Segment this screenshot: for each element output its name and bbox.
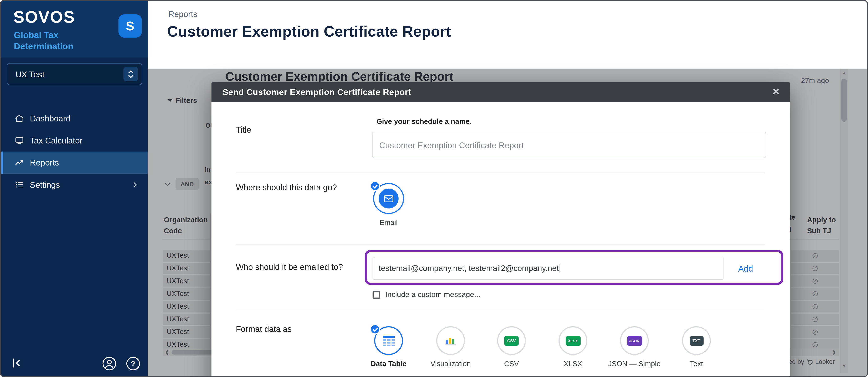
settings-icon bbox=[14, 180, 24, 190]
reports-icon bbox=[14, 158, 24, 168]
format-option-label: Data Table bbox=[371, 359, 406, 368]
email-icon bbox=[379, 188, 399, 209]
sovos-badge-icon: S bbox=[118, 14, 142, 38]
section-divider bbox=[236, 244, 765, 245]
xlsx-icon: XLSX bbox=[558, 326, 587, 355]
csv-badge-text: CSV bbox=[504, 336, 519, 345]
sidebar: SOVOS Global Tax Determination S UX Test… bbox=[1, 1, 148, 376]
txt-icon: TXT bbox=[682, 326, 711, 355]
text-cursor bbox=[559, 264, 560, 273]
destination-label: Where should this data go? bbox=[236, 182, 337, 192]
breadcrumb[interactable]: Reports bbox=[168, 9, 197, 19]
format-option-visualization[interactable]: Visualization bbox=[417, 326, 484, 368]
section-divider bbox=[236, 173, 765, 173]
title-field-hint: Give your schedule a name. bbox=[376, 117, 471, 126]
workspace-selector[interactable]: UX Test bbox=[7, 63, 143, 85]
send-report-modal: Send Customer Exemption Certificate Repo… bbox=[212, 82, 790, 377]
format-option-json-simple[interactable]: JSON JSON — Simple bbox=[601, 326, 668, 368]
brand-product-line2: Determination bbox=[14, 42, 73, 51]
modal-title: Send Customer Exemption Certificate Repo… bbox=[222, 87, 411, 97]
home-icon bbox=[14, 113, 24, 123]
sidebar-item-label: Tax Calculator bbox=[30, 136, 83, 145]
chevron-up-down-icon bbox=[123, 67, 138, 81]
format-option-csv[interactable]: CSV CSV bbox=[478, 326, 545, 368]
format-option-label: JSON — Simple bbox=[608, 359, 661, 368]
schedule-title-value: Customer Exemption Certificate Report bbox=[379, 140, 524, 149]
section-divider bbox=[236, 310, 765, 310]
sidebar-item-label: Reports bbox=[30, 158, 59, 167]
collapse-sidebar-button[interactable] bbox=[9, 355, 24, 370]
sidebar-item-reports[interactable]: Reports bbox=[1, 151, 148, 174]
selected-check-icon bbox=[370, 181, 380, 192]
json-badge-text: JSON bbox=[627, 336, 642, 345]
help-icon: ? bbox=[125, 356, 140, 371]
xlsx-badge-text: XLSX bbox=[565, 336, 581, 345]
format-option-data-table[interactable]: Data Table bbox=[355, 326, 422, 368]
email-option-label: Email bbox=[380, 218, 398, 227]
sidebar-brand-area: SOVOS Global Tax Determination S bbox=[1, 1, 148, 58]
json-icon: JSON bbox=[620, 326, 649, 355]
modal-header: Send Customer Exemption Certificate Repo… bbox=[212, 82, 790, 102]
schedule-title-input[interactable]: Customer Exemption Certificate Report bbox=[372, 132, 766, 158]
workspace-value: UX Test bbox=[16, 69, 44, 79]
sidebar-item-tax-calculator[interactable]: Tax Calculator bbox=[1, 129, 148, 151]
page-title: Customer Exemption Certificate Report bbox=[167, 23, 451, 40]
destination-option-email[interactable]: Email bbox=[355, 183, 422, 227]
sidebar-item-dashboard[interactable]: Dashboard bbox=[1, 107, 148, 129]
format-option-text[interactable]: TXT Text bbox=[663, 326, 730, 368]
format-option-xlsx[interactable]: XLSX XLSX bbox=[540, 326, 606, 368]
custom-message-label[interactable]: Include a custom message... bbox=[385, 290, 480, 299]
recipients-email-input[interactable]: testemail@company.net, testemail2@compan… bbox=[373, 256, 723, 280]
format-option-label: Visualization bbox=[430, 359, 471, 368]
close-icon[interactable]: ✕ bbox=[772, 87, 780, 97]
account-button[interactable] bbox=[101, 355, 117, 371]
add-recipient-button[interactable]: Add bbox=[723, 256, 768, 280]
txt-badge-text: TXT bbox=[689, 336, 703, 345]
calculator-icon bbox=[14, 136, 24, 145]
recipients-label: Who should it be emailed to? bbox=[236, 262, 343, 272]
format-label: Format data as bbox=[236, 324, 291, 333]
sidebar-item-label: Settings bbox=[30, 180, 60, 190]
format-option-label: Text bbox=[690, 359, 703, 368]
brand-product-line1: Global Tax bbox=[14, 31, 58, 40]
account-icon bbox=[101, 356, 117, 371]
custom-message-checkbox[interactable] bbox=[373, 291, 380, 299]
sidebar-item-label: Dashboard bbox=[30, 114, 70, 123]
active-indicator bbox=[1, 151, 3, 174]
format-option-label: XLSX bbox=[564, 359, 582, 368]
chevron-right-icon bbox=[133, 181, 138, 188]
collapse-icon bbox=[10, 356, 23, 369]
svg-text:?: ? bbox=[131, 359, 135, 368]
brand-logo: SOVOS bbox=[13, 8, 75, 26]
badge-letter: S bbox=[126, 19, 134, 33]
sidebar-item-settings[interactable]: Settings bbox=[1, 174, 148, 196]
scale-wrapper: SOVOS Global Tax Determination S UX Test… bbox=[0, 0, 868, 377]
format-option-label: CSV bbox=[504, 359, 519, 368]
title-field-label: Title bbox=[236, 125, 251, 134]
help-button[interactable]: ? bbox=[125, 355, 141, 371]
selected-check-icon bbox=[370, 324, 380, 335]
visualization-icon bbox=[436, 326, 465, 355]
csv-icon: CSV bbox=[497, 326, 526, 355]
recipients-value: testemail@company.net, testemail2@compan… bbox=[379, 264, 559, 273]
app-window: SOVOS Global Tax Determination S UX Test… bbox=[0, 0, 868, 377]
